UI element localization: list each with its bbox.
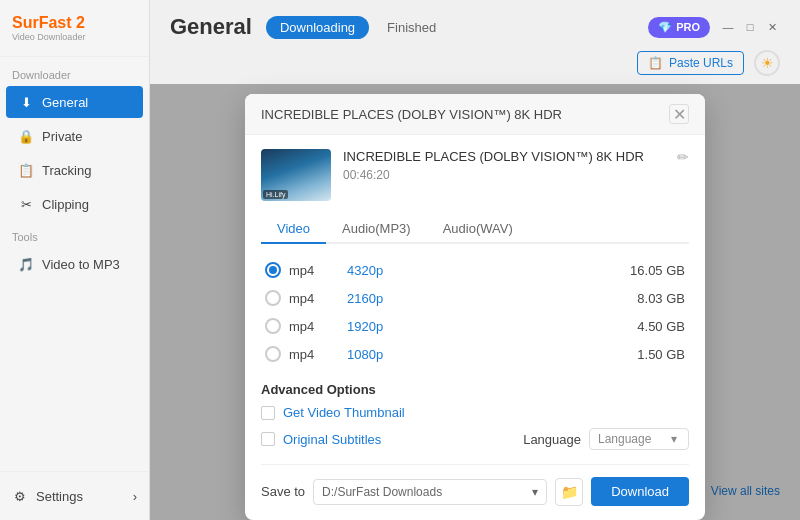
clip-icon: ✂ <box>18 196 34 212</box>
header: General Downloading Finished 💎 PRO — □ ✕ <box>150 0 800 50</box>
format-type-1080p: mp4 <box>289 347 339 362</box>
logo-text: SurFast 2 <box>12 14 137 32</box>
get-thumbnail-row: Get Video Thumbnail <box>261 405 689 420</box>
logo: SurFast 2 Video Downloader <box>0 0 149 57</box>
tab-audio-mp3[interactable]: Audio(MP3) <box>326 215 427 244</box>
language-value: Language <box>598 432 651 446</box>
radio-1920p[interactable] <box>265 318 281 334</box>
settings-item[interactable]: ⚙ Settings › <box>0 480 149 512</box>
header-left: General Downloading Finished <box>170 14 450 40</box>
format-row-1080p[interactable]: mp4 1080p 1.50 GB <box>261 340 689 368</box>
video-title: INCREDIBLE PLACES (DOLBY VISION™) 8K HDR <box>343 149 665 164</box>
sidebar-item-general[interactable]: ⬇ General <box>6 86 143 118</box>
tab-finished[interactable]: Finished <box>373 16 450 39</box>
modal-close-button[interactable]: ✕ <box>669 104 689 124</box>
format-res-4320p: 4320p <box>347 263 622 278</box>
format-row-4320p[interactable]: mp4 4320p 16.05 GB <box>261 256 689 284</box>
radio-1080p[interactable] <box>265 346 281 362</box>
tab-audio-wav[interactable]: Audio(WAV) <box>427 215 529 244</box>
logo-sub: Video Downloader <box>12 32 137 42</box>
sidebar-item-private[interactable]: 🔒 Private <box>6 120 143 152</box>
main-area: General Downloading Finished 💎 PRO — □ ✕ <box>150 0 800 520</box>
window-close-button[interactable]: ✕ <box>764 19 780 35</box>
format-row-2160p[interactable]: mp4 2160p 8.03 GB <box>261 284 689 312</box>
format-row-1920p[interactable]: mp4 1920p 4.50 GB <box>261 312 689 340</box>
sidebar-item-clipping-label: Clipping <box>42 197 89 212</box>
window-controls: — □ ✕ <box>720 19 780 35</box>
download-icon: ⬇ <box>18 94 34 110</box>
paste-urls-button[interactable]: 📋 Paste URLs <box>637 51 744 75</box>
thumb-label: Hi.Lify <box>263 190 288 199</box>
advanced-title: Advanced Options <box>261 382 689 397</box>
pro-badge: 💎 PRO <box>648 17 710 38</box>
save-row: Save to D:/SurFast Downloads ▾ 📁 Downloa… <box>261 464 689 506</box>
lock-icon: 🔒 <box>18 128 34 144</box>
format-size-1920p: 4.50 GB <box>637 319 685 334</box>
format-res-1080p: 1080p <box>347 347 629 362</box>
sidebar-item-clipping[interactable]: ✂ Clipping <box>6 188 143 220</box>
format-res-2160p: 2160p <box>347 291 629 306</box>
diamond-icon: 💎 <box>658 21 672 34</box>
modal-title: INCREDIBLE PLACES (DOLBY VISION™) 8K HDR <box>261 107 562 122</box>
edit-icon[interactable]: ✏ <box>677 149 689 165</box>
sidebar-item-private-label: Private <box>42 129 82 144</box>
sidebar-item-video-to-mp3[interactable]: 🎵 Video to MP3 <box>6 248 143 280</box>
chevron-down-icon: ▾ <box>532 485 538 499</box>
subtitles-row: Original Subtitles Language Language ▾ <box>261 428 689 450</box>
format-size-2160p: 8.03 GB <box>637 291 685 306</box>
settings-label: Settings <box>36 489 83 504</box>
video-duration: 00:46:20 <box>343 168 665 182</box>
format-type-4320p: mp4 <box>289 263 339 278</box>
tab-video[interactable]: Video <box>261 215 326 244</box>
download-modal: INCREDIBLE PLACES (DOLBY VISION™) 8K HDR… <box>245 94 705 520</box>
sidebar-item-tracking-label: Tracking <box>42 163 91 178</box>
paste-icon: 📋 <box>648 56 663 70</box>
save-path-selector[interactable]: D:/SurFast Downloads ▾ <box>313 479 547 505</box>
thumbnail-label[interactable]: Get Video Thumbnail <box>283 405 405 420</box>
header-tabs: Downloading Finished <box>266 16 450 39</box>
radio-4320p[interactable] <box>265 262 281 278</box>
video-info-text: INCREDIBLE PLACES (DOLBY VISION™) 8K HDR… <box>343 149 665 182</box>
format-options: mp4 4320p 16.05 GB mp4 2160p 8.03 GB <box>261 256 689 368</box>
language-label: Language <box>523 432 581 447</box>
tracking-icon: 📋 <box>18 162 34 178</box>
download-button[interactable]: Download <box>591 477 689 506</box>
modal-overlay: INCREDIBLE PLACES (DOLBY VISION™) 8K HDR… <box>150 84 800 520</box>
header-right: 💎 PRO — □ ✕ <box>648 17 780 38</box>
tab-downloading[interactable]: Downloading <box>266 16 369 39</box>
modal-body: Hi.Lify INCREDIBLE PLACES (DOLBY VISION™… <box>245 135 705 520</box>
sidebar-bottom: ⚙ Settings › <box>0 471 149 520</box>
subtitles-label[interactable]: Original Subtitles <box>283 432 381 447</box>
music-icon: 🎵 <box>18 256 34 272</box>
language-select[interactable]: Language ▾ <box>589 428 689 450</box>
format-res-1920p: 1920p <box>347 319 629 334</box>
content-area: INCREDIBLE PLACES (DOLBY VISION™) 8K HDR… <box>150 84 800 520</box>
folder-browse-button[interactable]: 📁 <box>555 478 583 506</box>
format-size-1080p: 1.50 GB <box>637 347 685 362</box>
save-path-value: D:/SurFast Downloads <box>322 485 442 499</box>
minimize-button[interactable]: — <box>720 19 736 35</box>
maximize-button[interactable]: □ <box>742 19 758 35</box>
video-info: Hi.Lify INCREDIBLE PLACES (DOLBY VISION™… <box>261 149 689 201</box>
tools-label: Tools <box>0 221 149 247</box>
modal-header: INCREDIBLE PLACES (DOLBY VISION™) 8K HDR… <box>245 94 705 135</box>
radio-2160p[interactable] <box>265 290 281 306</box>
format-tabs: Video Audio(MP3) Audio(WAV) <box>261 215 689 244</box>
advanced-options: Advanced Options Get Video Thumbnail Ori… <box>261 382 689 450</box>
logo-name: SurFast <box>12 14 72 31</box>
sidebar: SurFast 2 Video Downloader Downloader ⬇ … <box>0 0 150 520</box>
subtitles-checkbox[interactable] <box>261 432 275 446</box>
thumbnail-checkbox[interactable] <box>261 406 275 420</box>
theme-toggle[interactable]: ☀ <box>754 50 780 76</box>
format-size-4320p: 16.05 GB <box>630 263 685 278</box>
sidebar-item-tracking[interactable]: 📋 Tracking <box>6 154 143 186</box>
format-type-1920p: mp4 <box>289 319 339 334</box>
sidebar-item-general-label: General <box>42 95 88 110</box>
page-title: General <box>170 14 252 40</box>
downloader-label: Downloader <box>0 57 149 85</box>
format-type-2160p: mp4 <box>289 291 339 306</box>
chevron-down-icon: ▾ <box>671 432 677 446</box>
video-thumbnail: Hi.Lify <box>261 149 331 201</box>
settings-icon: ⚙ <box>12 488 28 504</box>
sub-header: 📋 Paste URLs ☀ <box>150 50 800 84</box>
